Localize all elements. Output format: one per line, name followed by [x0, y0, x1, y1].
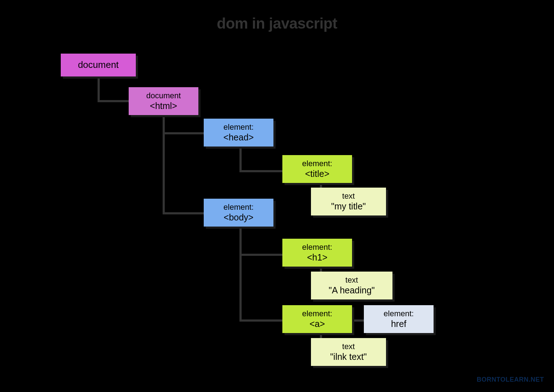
connector — [239, 170, 284, 172]
connector — [163, 114, 165, 214]
node-a-text: text "ilnk text" — [311, 338, 386, 366]
connector — [239, 319, 284, 322]
node-attr: href — [391, 318, 406, 329]
node-label: element: — [384, 309, 414, 318]
node-a: element: <a> — [282, 305, 352, 333]
diagram-title: dom in javascript — [217, 15, 337, 32]
node-title-text: text "my title" — [311, 188, 386, 215]
node-text: "A heading" — [329, 285, 375, 296]
node-tag: <h1> — [307, 252, 327, 263]
node-label: element: — [302, 243, 332, 252]
node-label: element: — [302, 309, 332, 318]
node-tag: <html> — [150, 100, 177, 111]
node-label: document — [78, 59, 119, 70]
node-text: "ilnk text" — [330, 351, 367, 362]
node-label: document — [146, 91, 181, 100]
node-h1: element: <h1> — [282, 239, 352, 267]
node-text: "my title" — [331, 201, 366, 212]
node-label: text — [342, 342, 355, 351]
watermark: BORNTOLEARN.NET — [477, 376, 544, 383]
node-h1-text: text "A heading" — [311, 272, 392, 299]
node-label: element: — [223, 203, 253, 212]
node-body: element: <body> — [204, 199, 273, 227]
node-label: text — [345, 276, 358, 285]
node-title-element: element: <title> — [282, 155, 352, 183]
connector — [163, 132, 206, 134]
node-label: element: — [223, 123, 253, 132]
node-document: document — [61, 54, 136, 76]
connector — [163, 212, 206, 214]
connector — [239, 225, 242, 322]
node-tag: <a> — [310, 318, 325, 329]
node-href: element: href — [364, 305, 434, 333]
connector — [239, 146, 242, 172]
connector — [239, 254, 284, 256]
node-tag: <head> — [223, 132, 254, 143]
node-tag: <title> — [305, 168, 329, 179]
node-label: text — [342, 192, 355, 201]
connector — [98, 76, 100, 102]
node-label: element: — [302, 159, 332, 168]
node-html: document <html> — [129, 87, 198, 115]
node-head: element: <head> — [204, 119, 273, 147]
node-tag: <body> — [224, 212, 253, 223]
